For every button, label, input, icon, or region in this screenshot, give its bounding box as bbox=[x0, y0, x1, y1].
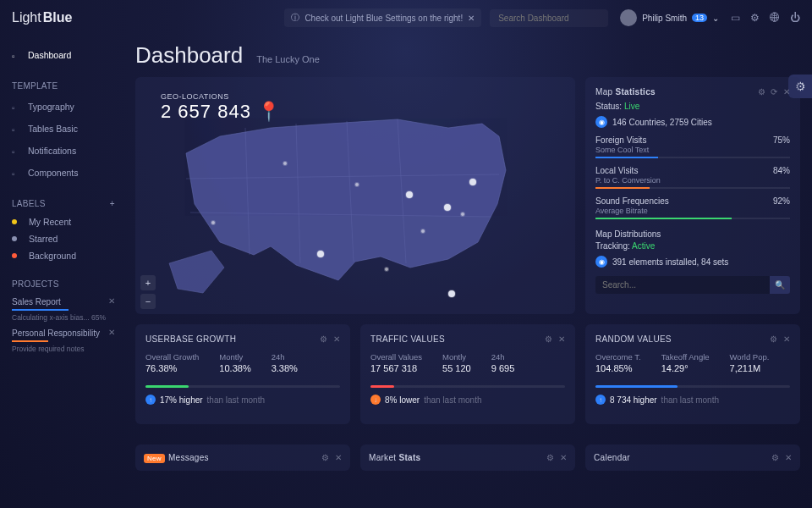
new-tag: New bbox=[144, 454, 165, 463]
settings-banner: ⓘ Check out Light Blue Settings on the r… bbox=[284, 8, 481, 27]
bell-icon: ▫ bbox=[12, 146, 21, 156]
bottom-card: NewMessages⚙✕ bbox=[135, 444, 350, 471]
close-icon[interactable]: ✕ bbox=[558, 334, 565, 344]
user-name: Philip Smith bbox=[642, 14, 687, 23]
label-starred[interactable]: Starred bbox=[12, 230, 115, 247]
brand-b: Blue bbox=[43, 10, 73, 25]
dist-title: Map Distributions bbox=[595, 229, 790, 239]
metric-card: RANDOM VALUES⚙✕Overcome T.104.85%Takeoff… bbox=[585, 324, 800, 424]
stats-search-button[interactable]: 🔍 bbox=[770, 276, 790, 294]
close-icon[interactable]: ✕ bbox=[108, 328, 115, 337]
map-statistics-card: Map Statistics ⚙ ⟳ ✕ Status: Live ◉ 146 … bbox=[585, 77, 800, 314]
dist-value: Active bbox=[632, 241, 655, 251]
table-icon: ▫ bbox=[12, 124, 21, 134]
chat-icon[interactable]: ▭ bbox=[731, 12, 740, 24]
dot-icon bbox=[12, 236, 17, 241]
delta-icon: ↑ bbox=[145, 395, 156, 405]
sidebar-item-tables-basic[interactable]: ▫Tables Basic bbox=[12, 118, 115, 140]
page-subtitle: The Lucky One bbox=[256, 54, 320, 64]
elements-chip-icon: ◉ bbox=[595, 256, 607, 268]
close-icon[interactable]: ✕ bbox=[560, 453, 567, 462]
sidebar-item-dashboard[interactable]: ▫Dashboard bbox=[12, 44, 115, 66]
dot-icon bbox=[12, 253, 17, 258]
close-icon[interactable]: ✕ bbox=[785, 453, 792, 462]
gear-icon[interactable]: ⚙ bbox=[320, 334, 327, 344]
sidebar-item-typography[interactable]: ▫Typography bbox=[12, 96, 115, 118]
stat-row: Sound Frequencies92%Average Bitrate bbox=[595, 196, 790, 219]
stats-summary: 146 Countries, 2759 Cities bbox=[612, 118, 712, 127]
search-input[interactable] bbox=[490, 9, 608, 27]
home-icon: ▫ bbox=[12, 51, 21, 60]
zoom-in-button[interactable]: + bbox=[140, 275, 156, 290]
geo-label: GEO-LOCATIONS bbox=[161, 92, 281, 101]
sidebar-item-notifications[interactable]: ▫Notifications bbox=[12, 140, 115, 162]
close-banner-icon[interactable]: ✕ bbox=[468, 14, 475, 23]
banner-text: Check out Light Blue Settings on the rig… bbox=[304, 14, 463, 23]
stats-search-input[interactable] bbox=[595, 276, 770, 294]
info-icon: ⓘ bbox=[291, 12, 299, 24]
labels-header: LABELS + bbox=[12, 199, 115, 208]
gear-icon[interactable]: ⚙ bbox=[321, 453, 329, 462]
typo-icon: ▫ bbox=[12, 102, 21, 112]
brand-a: Light bbox=[12, 10, 41, 25]
close-icon[interactable]: ✕ bbox=[335, 453, 342, 462]
close-icon[interactable]: ✕ bbox=[108, 296, 115, 306]
page-title: Dashboard bbox=[135, 42, 243, 69]
comp-icon: ▫ bbox=[12, 168, 21, 178]
label-background[interactable]: Background bbox=[12, 247, 115, 264]
zoom-out-button[interactable]: − bbox=[140, 294, 156, 309]
notif-badge: 13 bbox=[692, 14, 707, 22]
gear-icon[interactable]: ⚙ bbox=[546, 453, 554, 462]
globe-chip-icon: ◉ bbox=[595, 116, 607, 128]
stat-row: Local Visits84%P. to C. Conversion bbox=[595, 166, 790, 189]
map-card: GEO-LOCATIONS 2 657 843 📍 + − bbox=[135, 77, 575, 314]
refresh-icon[interactable]: ⟳ bbox=[771, 87, 777, 97]
status-label: Status: bbox=[595, 102, 622, 111]
dot-icon bbox=[12, 219, 17, 224]
close-icon[interactable]: ✕ bbox=[333, 334, 340, 344]
delta-icon: ↓ bbox=[370, 395, 381, 405]
bottom-card: Calendar⚙✕ bbox=[585, 444, 800, 471]
projects-header: PROJECTS bbox=[12, 279, 115, 289]
close-icon[interactable]: ✕ bbox=[783, 87, 790, 97]
gear-icon[interactable]: ⚙ bbox=[758, 87, 765, 97]
chevron-down-icon: ⌄ bbox=[712, 14, 719, 23]
user-menu[interactable]: Philip Smith 13 ⌄ bbox=[620, 9, 719, 26]
delta-icon: ↑ bbox=[595, 395, 606, 405]
project-item[interactable]: Personal Responsibility✕Provide required… bbox=[12, 325, 115, 356]
status-value: Live bbox=[624, 102, 639, 111]
gear-icon[interactable]: ⚙ bbox=[545, 334, 552, 344]
geo-count: 2 657 843 bbox=[161, 101, 251, 122]
gear-icon[interactable]: ⚙ bbox=[770, 334, 777, 344]
stat-row: Foreign Visits75%Some Cool Text bbox=[595, 135, 790, 158]
gear-icon[interactable]: ⚙ bbox=[750, 12, 760, 24]
brand[interactable]: Light Blue bbox=[12, 10, 72, 25]
pin-icon: 📍 bbox=[257, 101, 281, 122]
template-header: TEMPLATE bbox=[12, 81, 115, 91]
gear-icon[interactable]: ⚙ bbox=[771, 453, 779, 462]
elements-text: 391 elements installed, 84 sets bbox=[612, 257, 728, 267]
bottom-card: Market Stats⚙✕ bbox=[360, 444, 575, 471]
project-item[interactable]: Sales Report✕Calculating x-axis bias... … bbox=[12, 294, 115, 325]
label-my-recent[interactable]: My Recent bbox=[12, 213, 115, 230]
sidebar-item-components[interactable]: ▫Components bbox=[12, 162, 115, 184]
power-icon[interactable]: ⏻ bbox=[790, 12, 800, 24]
close-icon[interactable]: ✕ bbox=[783, 334, 790, 344]
globe-icon[interactable]: 🌐︎ bbox=[770, 12, 780, 24]
metric-card: TRAFFIC VALUES⚙✕Overall Values17 567 318… bbox=[360, 324, 575, 424]
avatar bbox=[620, 9, 637, 26]
add-label-icon[interactable]: + bbox=[110, 199, 115, 208]
metric-card: USERBASE GROWTH⚙✕Overall Growth76.38%Mon… bbox=[135, 324, 350, 424]
